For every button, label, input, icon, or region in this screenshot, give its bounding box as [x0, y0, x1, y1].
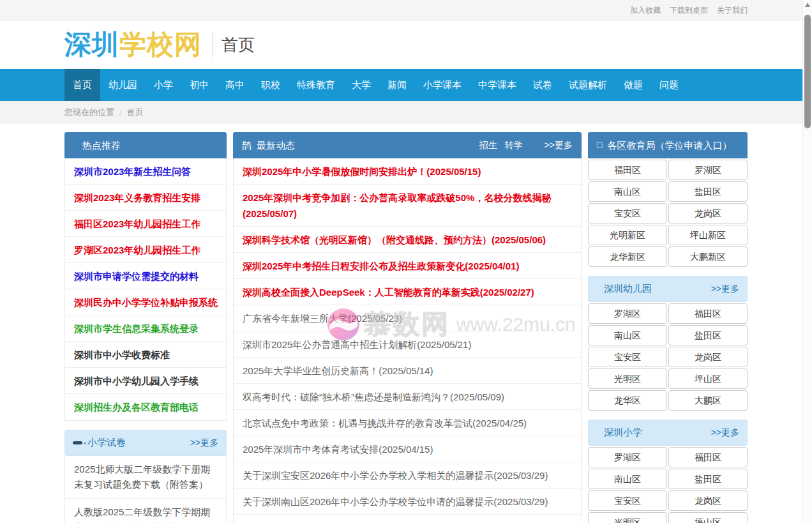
- news-item[interactable]: 关于深圳宝安区2026年中小学公办学校入学相关的温馨提示(2025/03/29): [234, 462, 581, 489]
- hot-link[interactable]: 深圳市中小学幼儿园入学手续: [65, 368, 226, 394]
- news-list: 深圳2025年中小学暑假放假时间安排出炉！(2025/05/15) 2025年深…: [234, 158, 581, 523]
- news-item[interactable]: 北京试点免中考政策：机遇与挑战并存的教育改革尝试(2025/04/25): [234, 410, 581, 436]
- nav-item-middle-textbooks[interactable]: 中学课本: [470, 69, 525, 101]
- district-link[interactable]: 龙华区: [588, 390, 667, 411]
- scroll-up-arrow-icon[interactable]: [805, 3, 810, 7]
- news-item[interactable]: 广东省今年新增三所大学(2025/05/23): [234, 305, 581, 331]
- nav-item-vocational[interactable]: 职校: [253, 69, 289, 101]
- hot-link[interactable]: 深圳市申请学位需提交的材料: [65, 263, 226, 289]
- page-title: 首页: [222, 34, 255, 56]
- transfer-link[interactable]: 转学: [505, 132, 523, 158]
- news-item[interactable]: 双高考时代：破除“独木桥”焦虑还是制造新鸿沟？(2025/05/09): [234, 384, 581, 410]
- news-item[interactable]: 深圳2025年中考招生日程安排公布及招生政策新变化(2025/04/01): [234, 253, 581, 279]
- hot-recommend-list: 深圳市2023年新生招生问答 深圳2023年义务教育招生安排 福田区2023年幼…: [65, 158, 226, 420]
- exam-link[interactable]: 人教版2025二年级数学下学期期末试卷免费下载（附答案）: [65, 499, 226, 523]
- nav-item-kindergarten[interactable]: 幼儿园: [100, 69, 146, 101]
- district-link[interactable]: 盐田区: [668, 469, 748, 489]
- hot-link[interactable]: 深圳市学生信息采集系统登录: [65, 315, 226, 342]
- nav-item-senior[interactable]: 高中: [217, 69, 253, 101]
- district-link[interactable]: 龙岗区: [668, 203, 748, 224]
- kindergarten-header: 深圳幼儿园 >>更多: [588, 276, 748, 302]
- left-column: 热点推荐 深圳市2023年新生招生问答 深圳2023年义务教育招生安排 福田区2…: [64, 132, 227, 523]
- district-link[interactable]: 龙岗区: [668, 490, 748, 511]
- nav-item-home[interactable]: 首页: [64, 69, 100, 101]
- news-item[interactable]: 2025年深圳中考竞争加剧：公办普高录取率或跌破50%，名校分数线揭秘(2025…: [234, 185, 581, 227]
- district-link[interactable]: 坪山区: [668, 512, 748, 523]
- primary-exam-list: 2025北师大版二年级数学下册期末复习试题免费下载（附答案） 人教版2025二年…: [65, 456, 226, 523]
- nav-item-primary[interactable]: 小学: [146, 69, 181, 101]
- scrollbar-thumb[interactable]: [804, 15, 811, 128]
- vertical-scrollbar[interactable]: [802, 0, 812, 523]
- hot-link[interactable]: 深圳2023年义务教育招生安排: [65, 185, 226, 211]
- kindergarten-panel: 深圳幼儿园 >>更多 罗湖区 福田区 南山区 盐田区 宝安区 龙岗区 光明区 坪…: [588, 276, 748, 411]
- district-link[interactable]: 福田区: [668, 303, 748, 324]
- news-item[interactable]: 关于深圳南山区2026年中小学公办学校学位申请的温馨提示(2025/03/29): [234, 489, 581, 515]
- download-desktop-link[interactable]: 下载到桌面: [670, 5, 708, 16]
- about-us-link[interactable]: 关于我们: [717, 5, 748, 16]
- primary-school-more-link[interactable]: >>更多: [711, 427, 739, 439]
- nav-item-practice[interactable]: 做题: [615, 69, 651, 101]
- hot-link[interactable]: 深圳民办中小学学位补贴申报系统: [65, 289, 226, 315]
- district-link[interactable]: 南山区: [588, 469, 667, 489]
- district-link[interactable]: 宝安区: [588, 490, 667, 511]
- district-link[interactable]: 南山区: [588, 181, 667, 202]
- district-link[interactable]: 罗湖区: [588, 447, 667, 467]
- nav-item-news[interactable]: 新闻: [379, 69, 415, 101]
- main-nav: 首页 幼儿园 小学 初中 高中 职校 特殊教育 大学 新闻 小学课本 中学课本 …: [0, 69, 812, 101]
- news-item[interactable]: 深圳科学技术馆（光明区新馆）（附交通线路、预约方法）(2025/05/06): [234, 227, 581, 253]
- hot-recommend-panel: 热点推荐 深圳市2023年新生招生问答 深圳2023年义务教育招生安排 福田区2…: [64, 132, 227, 421]
- latest-news-title: 最新动态: [257, 132, 295, 158]
- nav-item-exams[interactable]: 试卷: [525, 69, 560, 101]
- hot-link[interactable]: 深圳市中小学收费标准: [65, 342, 226, 368]
- district-link[interactable]: 盐田区: [668, 181, 748, 202]
- exam-link[interactable]: 2025北师大版二年级数学下册期末复习试题免费下载（附答案）: [65, 456, 226, 499]
- nav-item-questions[interactable]: 问题: [651, 69, 687, 101]
- breadcrumb-separator: /: [119, 108, 122, 117]
- district-link[interactable]: 大鹏新区: [668, 246, 748, 267]
- district-bureau-header: □ 各区教育局（学位申请入口）: [588, 132, 748, 158]
- hot-link[interactable]: 福田区2023年幼儿园招生工作: [65, 211, 226, 237]
- nav-item-special-edu[interactable]: 特殊教育: [289, 69, 343, 101]
- add-favorite-link[interactable]: 加入收藏: [630, 5, 661, 16]
- nav-item-exam-analysis[interactable]: 试题解析: [560, 69, 615, 101]
- district-link[interactable]: 盐田区: [668, 325, 748, 345]
- kindergarten-more-link[interactable]: >>更多: [711, 284, 739, 295]
- district-link[interactable]: 光明区: [588, 512, 667, 523]
- news-item[interactable]: 深圳高校全面接入DeepSeek：人工智能教育的革新实践(2025/02/27): [234, 279, 581, 305]
- hot-link[interactable]: 深圳招生办及各区教育部电话: [65, 394, 226, 420]
- district-link[interactable]: 宝安区: [588, 203, 667, 224]
- district-link[interactable]: 罗湖区: [668, 160, 748, 180]
- district-link[interactable]: 南山区: [588, 325, 667, 345]
- site-header: 深圳学校网 首页: [0, 20, 812, 69]
- district-link[interactable]: 大鹏区: [668, 390, 748, 411]
- nav-item-junior[interactable]: 初中: [181, 69, 217, 101]
- district-link[interactable]: 福田区: [668, 447, 748, 467]
- nav-item-primary-textbooks[interactable]: 小学课本: [415, 69, 470, 101]
- news-item[interactable]: 2025年大学毕业生创历史新高！(2025/05/14): [234, 358, 581, 384]
- hot-link[interactable]: 深圳市2023年新生招生问答: [65, 158, 226, 185]
- district-link[interactable]: 坪山新区: [668, 225, 748, 245]
- news-item[interactable]: 深圳2025年中小学暑假放假时间安排出炉！(2025/05/15): [234, 158, 581, 185]
- district-link[interactable]: 罗湖区: [588, 303, 667, 324]
- district-link[interactable]: 宝安区: [588, 347, 667, 367]
- district-link[interactable]: 龙华新区: [588, 246, 667, 267]
- nav-item-university[interactable]: 大学: [343, 69, 379, 101]
- district-bureau-title: 各区教育局（学位申请入口）: [607, 132, 732, 158]
- primary-exam-title: 小学试卷: [87, 437, 126, 449]
- district-link[interactable]: 坪山区: [668, 368, 748, 389]
- news-more-link[interactable]: >>更多: [545, 132, 573, 158]
- breadcrumb-current[interactable]: 首页: [127, 107, 144, 118]
- admission-link[interactable]: 招生: [479, 132, 497, 158]
- site-logo[interactable]: 深圳学校网: [64, 31, 202, 58]
- news-item[interactable]: 深圳市2025年公办普通高中招生计划解析(2025/05/21): [234, 331, 581, 358]
- news-item[interactable]: 关于深圳福田区2026年中小学公办学校学位申请的温馨提示(2025/03/28): [234, 515, 581, 523]
- district-link[interactable]: 福田区: [588, 160, 667, 180]
- district-link[interactable]: 光明新区: [588, 225, 667, 245]
- news-item[interactable]: 2025年深圳市中考体育考试安排(2025/04/15): [234, 436, 581, 462]
- primary-exam-header: 小学试卷 >>更多: [64, 430, 227, 456]
- district-link[interactable]: 光明区: [588, 368, 667, 389]
- hot-link[interactable]: 罗湖区2023年幼儿园招生工作: [65, 237, 226, 263]
- district-link[interactable]: 龙岗区: [668, 347, 748, 367]
- latest-news-header: 鹊 最新动态 招生 转学 >>更多: [233, 132, 582, 158]
- primary-exam-more-link[interactable]: >>更多: [190, 437, 218, 449]
